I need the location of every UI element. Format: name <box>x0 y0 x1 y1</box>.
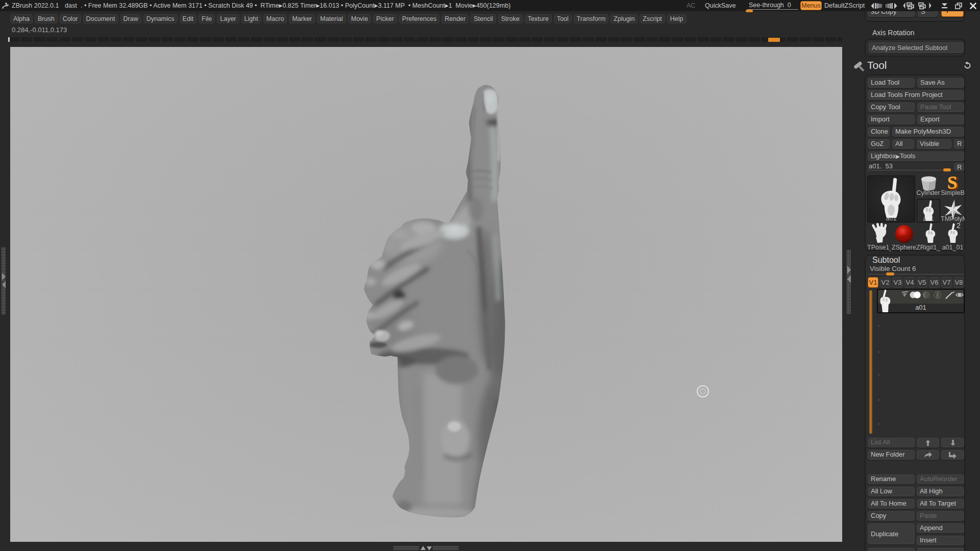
svg-text:S: S <box>947 175 957 191</box>
